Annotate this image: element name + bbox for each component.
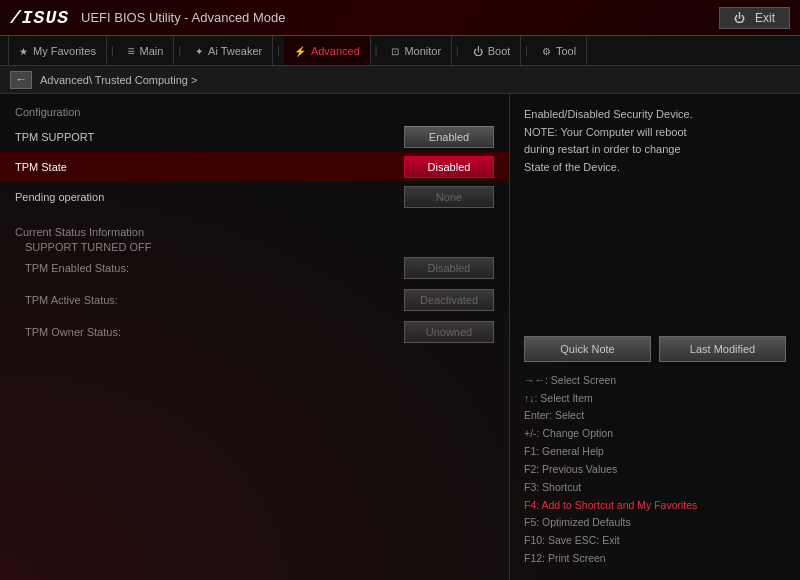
- tpm-enabled-button[interactable]: Disabled: [404, 257, 494, 279]
- breadcrumb: Advanced\ Trusted Computing >: [40, 74, 197, 86]
- tab-advanced[interactable]: Advanced: [284, 36, 371, 65]
- hotkey-f12: F12: Print Screen: [524, 550, 786, 568]
- tab-boot[interactable]: Boot: [463, 36, 522, 65]
- divider: [0, 212, 509, 224]
- hotkey-change-option: +/-: Change Option: [524, 425, 786, 443]
- tpm-active-row: TPM Active Status: Deactivated: [0, 286, 509, 314]
- current-status-label: Current Status Information: [0, 224, 509, 240]
- tpm-support-label: TPM SUPPORT: [15, 131, 404, 143]
- hotkey-f10: F10: Save ESC: Exit: [524, 532, 786, 550]
- tpm-support-button[interactable]: Enabled: [404, 126, 494, 148]
- tpm-support-row: TPM SUPPORT Enabled: [0, 122, 509, 152]
- advanced-icon: [294, 45, 306, 57]
- pending-op-button[interactable]: None: [404, 186, 494, 208]
- hotkey-f3: F3: Shortcut: [524, 479, 786, 497]
- tab-monitor[interactable]: Monitor: [381, 36, 452, 65]
- support-turned-off: SUPPORT TURNED OFF: [0, 240, 509, 254]
- left-panel: Configuration TPM SUPPORT Enabled TPM St…: [0, 94, 510, 580]
- ai-icon: [195, 45, 203, 57]
- pending-op-row: Pending operation None: [0, 182, 509, 212]
- header: /ISUS UEFI BIOS Utility - Advanced Mode …: [0, 0, 800, 36]
- hotkey-enter: Enter: Select: [524, 407, 786, 425]
- tpm-owner-row: TPM Owner Status: Unowned: [0, 318, 509, 346]
- pending-op-label: Pending operation: [15, 191, 404, 203]
- hotkey-select-item: ↑↓: Select Item: [524, 390, 786, 408]
- right-panel: Enabled/Disabled Security Device. NOTE: …: [510, 94, 800, 580]
- tpm-state-row: TPM State Disabled: [0, 152, 509, 182]
- tab-main[interactable]: Main: [118, 36, 175, 65]
- quick-note-row: Quick Note Last Modified: [524, 336, 786, 362]
- tab-tool[interactable]: Tool: [532, 36, 587, 65]
- description-line1: Enabled/Disabled Security Device.: [524, 108, 693, 120]
- tab-ai-tweaker[interactable]: Ai Tweaker: [185, 36, 273, 65]
- configuration-label: Configuration: [0, 104, 509, 120]
- tpm-active-label: TPM Active Status:: [15, 294, 404, 306]
- description-line2: NOTE: Your Computer will reboot: [524, 126, 687, 138]
- quick-note-button[interactable]: Quick Note: [524, 336, 651, 362]
- exit-icon: [734, 11, 749, 25]
- tpm-enabled-row: TPM Enabled Status: Disabled: [0, 254, 509, 282]
- breadcrumb-bar: ← Advanced\ Trusted Computing >: [0, 66, 800, 94]
- hotkey-f5: F5: Optimized Defaults: [524, 514, 786, 532]
- boot-icon: [473, 45, 483, 57]
- asus-logo: /ISUS: [10, 8, 69, 28]
- star-icon: [19, 45, 28, 57]
- tpm-state-label: TPM State: [15, 161, 404, 173]
- tpm-enabled-label: TPM Enabled Status:: [15, 262, 404, 274]
- hotkey-f1: F1: General Help: [524, 443, 786, 461]
- tpm-active-button[interactable]: Deactivated: [404, 289, 494, 311]
- last-modified-button[interactable]: Last Modified: [659, 336, 786, 362]
- tool-icon: [542, 45, 551, 57]
- back-button[interactable]: ←: [10, 71, 32, 89]
- list-icon: [128, 44, 135, 58]
- description-line3: during restart in order to change: [524, 143, 681, 155]
- description-line4: State of the Device.: [524, 161, 620, 173]
- monitor-icon: [391, 45, 399, 57]
- hotkeys-section: →←: Select Screen ↑↓: Select Item Enter:…: [524, 372, 786, 568]
- tpm-owner-label: TPM Owner Status:: [15, 326, 404, 338]
- nav-tabs: My Favorites | Main | Ai Tweaker | Advan…: [0, 36, 800, 66]
- tpm-owner-button[interactable]: Unowned: [404, 321, 494, 343]
- hotkey-select-screen: →←: Select Screen: [524, 372, 786, 390]
- main-area: Configuration TPM SUPPORT Enabled TPM St…: [0, 94, 800, 580]
- exit-button[interactable]: Exit: [719, 7, 790, 29]
- tpm-state-button[interactable]: Disabled: [404, 156, 494, 178]
- bios-title: UEFI BIOS Utility - Advanced Mode: [81, 10, 285, 25]
- tab-favorites[interactable]: My Favorites: [8, 36, 107, 65]
- hotkey-f2: F2: Previous Values: [524, 461, 786, 479]
- hotkey-f4: F4: Add to Shortcut and My Favorites: [524, 497, 786, 515]
- description: Enabled/Disabled Security Device. NOTE: …: [524, 106, 786, 326]
